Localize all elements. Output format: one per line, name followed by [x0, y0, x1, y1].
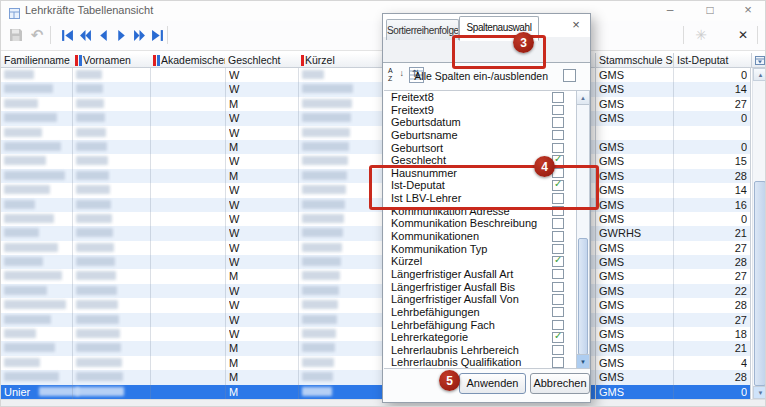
table-row[interactable]: WGMS0 — [1, 111, 751, 125]
scroll-down-icon[interactable]: ▼ — [753, 386, 766, 399]
column-checkbox[interactable] — [552, 320, 564, 331]
table-row[interactable]: MGMS0 — [1, 140, 751, 154]
column-checkbox[interactable] — [552, 231, 564, 242]
dialog-close-icon[interactable]: × — [569, 17, 583, 32]
table-row[interactable]: MGMS28 — [1, 370, 751, 384]
toggle-all-checkbox[interactable] — [563, 69, 576, 82]
column-option[interactable]: Geburtsdatum — [384, 116, 576, 129]
table-row[interactable]: WGMS14 — [1, 183, 751, 197]
column-checkbox[interactable] — [552, 282, 564, 293]
column-checkbox[interactable] — [552, 307, 564, 318]
column-option[interactable]: Lehrbefähigung Fach — [384, 319, 576, 332]
column-option[interactable]: Kommunikation Typ — [384, 243, 576, 256]
column-header-stammschule[interactable]: Stammschule Sc... — [595, 53, 673, 68]
column-checkbox[interactable] — [552, 92, 564, 103]
column-checkbox[interactable] — [552, 357, 564, 368]
column-checkbox[interactable] — [552, 218, 564, 229]
column-header-ist-deputat[interactable]: Ist-Deputat — [673, 53, 751, 68]
column-header-kuerzel[interactable]: Kürzel — [298, 53, 384, 68]
fast-previous-icon[interactable] — [75, 25, 95, 45]
scroll-up-icon[interactable]: ▲ — [753, 68, 766, 81]
maximize-button[interactable]: □ — [693, 1, 727, 20]
column-option[interactable]: Kommunikation Beschreibung — [384, 217, 576, 230]
column-option[interactable]: Freitext8 — [384, 91, 576, 104]
column-checkbox[interactable] — [552, 193, 564, 204]
column-chooser-icon[interactable] — [751, 53, 766, 68]
table-row[interactable]: MGMS27 — [1, 269, 751, 283]
table-row[interactable]: WGMS27 — [1, 313, 751, 327]
column-option[interactable]: Lehrbefähigungen — [384, 306, 576, 319]
close-button[interactable]: × — [731, 1, 765, 20]
scroll-up-icon[interactable]: ▲ — [577, 91, 589, 105]
column-option[interactable]: Geburtsort — [384, 142, 576, 155]
sort-az-icon[interactable]: AZ ↓ — [388, 67, 404, 85]
last-record-icon[interactable] — [147, 25, 167, 45]
table-row[interactable]: MGMS4 — [1, 356, 751, 370]
column-checkbox[interactable] — [552, 269, 564, 280]
table-row[interactable]: WGMS28 — [1, 255, 751, 269]
column-option[interactable]: Längerfristiger Ausfall Bis — [384, 281, 576, 294]
column-option[interactable]: Längerfristiger Ausfall Von — [384, 293, 576, 306]
first-record-icon[interactable] — [57, 25, 77, 45]
cancel-button[interactable]: Abbrechen — [530, 373, 590, 394]
close-filter-icon[interactable]: ✕ — [733, 25, 753, 45]
save-icon[interactable] — [6, 25, 26, 45]
vertical-scrollbar[interactable]: ▲ ▼ — [752, 68, 766, 399]
next-record-icon[interactable] — [111, 25, 131, 45]
table-row[interactable]: WGMS0 — [1, 212, 751, 226]
table-row[interactable]: WGMS27 — [1, 241, 751, 255]
column-checkbox[interactable] — [552, 143, 564, 154]
column-option[interactable]: Lehrerlaubnis Qualifikation — [384, 356, 576, 369]
scroll-down-icon[interactable]: ▼ — [577, 354, 589, 368]
column-option[interactable]: Geburtsname — [384, 129, 576, 142]
dialog-scrollbar[interactable]: ▲ ▼ — [576, 90, 590, 369]
ist-deputat-cell: 15 — [673, 154, 747, 168]
column-checkbox[interactable] — [552, 244, 564, 255]
column-option[interactable]: Kommunikationen — [384, 230, 576, 243]
column-checkbox[interactable] — [552, 294, 564, 305]
table-row[interactable]: WGMS15 — [1, 154, 751, 168]
column-option[interactable]: Kommunikation Adresse — [384, 205, 576, 218]
column-checkbox[interactable] — [552, 206, 564, 217]
table-row[interactable]: WGMS22 — [1, 284, 751, 298]
apply-button[interactable]: Anwenden — [459, 373, 526, 394]
fast-next-icon[interactable] — [129, 25, 149, 45]
table-row[interactable]: MGMS28 — [1, 169, 751, 183]
column-option[interactable]: Kürzel✓ — [384, 255, 576, 268]
table-row[interactable]: WGMS28 — [1, 298, 751, 312]
previous-record-icon[interactable] — [93, 25, 113, 45]
grid-line — [150, 68, 151, 399]
column-header-familienname[interactable]: Familienname▲ — [1, 53, 72, 68]
scrollbar-thumb[interactable] — [578, 238, 588, 355]
table-row[interactable]: UnierMGMS0 — [1, 385, 751, 399]
table-row[interactable]: WGMS14 — [1, 82, 751, 96]
column-checkbox[interactable] — [552, 117, 564, 128]
table-row[interactable]: W — [1, 126, 751, 140]
column-header-akademischergrad[interactable]: AkademischerGr... — [150, 53, 225, 68]
column-checkbox[interactable]: ✓ — [552, 256, 564, 267]
column-option[interactable]: Freitext9 — [384, 104, 576, 117]
column-option[interactable]: Lehrerlaubnis Lehrbereich — [384, 344, 576, 357]
column-checkbox[interactable] — [552, 345, 564, 356]
scrollbar-thumb[interactable] — [754, 181, 766, 386]
table-row[interactable]: WGMS18 — [1, 327, 751, 341]
column-checkbox[interactable] — [552, 105, 564, 116]
table-row[interactable]: MGMS27 — [1, 97, 751, 111]
table-row[interactable]: WGMS0 — [1, 68, 751, 82]
column-checkbox[interactable] — [552, 130, 564, 141]
minimize-button[interactable]: – — [653, 1, 687, 20]
column-header-geschlecht[interactable]: Geschlecht — [225, 53, 298, 68]
table-row[interactable]: WGMS16 — [1, 198, 751, 212]
table-row[interactable]: WGWRHS21 — [1, 226, 751, 240]
column-checkbox[interactable]: ✓ — [552, 332, 564, 343]
column-option[interactable]: Ist LBV-Lehrer — [384, 192, 576, 205]
undo-icon[interactable]: ↶ — [27, 25, 47, 45]
column-option[interactable]: Lehrerkategorie✓ — [384, 331, 576, 344]
table-row[interactable]: MGMS21 — [1, 341, 751, 355]
column-option[interactable]: Längerfristiger Ausfall Art — [384, 268, 576, 281]
settings-sun-icon[interactable]: ✳ — [691, 25, 711, 45]
column-option[interactable]: Ist-Deputat✓ — [384, 179, 576, 192]
column-checkbox[interactable]: ✓ — [552, 180, 564, 191]
column-header-vornamen[interactable]: Vornamen — [72, 53, 150, 68]
tab-sortierreihenfolge[interactable]: Sortierreihenfolge — [386, 19, 459, 40]
